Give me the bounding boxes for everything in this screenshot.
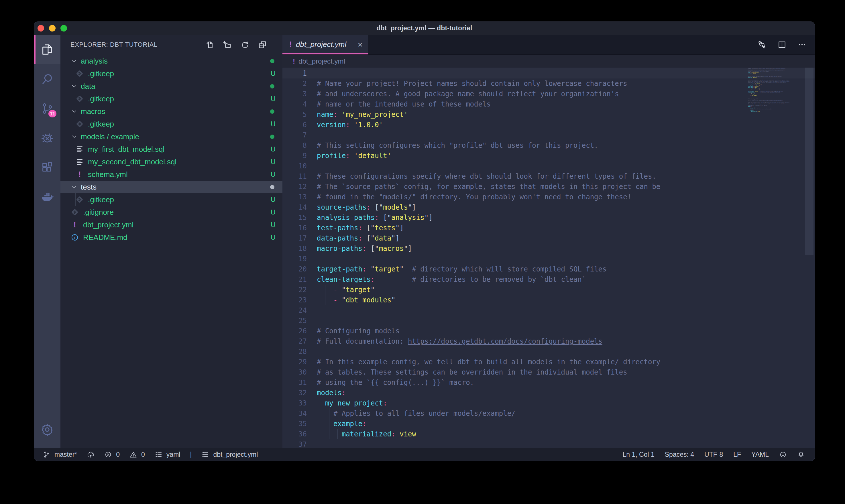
code-editor[interactable]: 12# Name your project! Project names sho… <box>283 68 815 448</box>
close-tab-icon[interactable]: × <box>358 40 363 49</box>
code-line-13: 13# found in the "models/" directory. Yo… <box>283 192 815 202</box>
code-line-36: 36 materialized: view <box>283 429 815 439</box>
file-tree: analysis.gitkeepUdata.gitkeepUmacros.git… <box>60 55 283 448</box>
status-label: yaml <box>166 451 180 458</box>
status-language-status-yaml[interactable]: yaml <box>155 451 180 458</box>
editor-scrollbar[interactable] <box>805 68 813 255</box>
line-number: 1 <box>283 68 307 78</box>
line-number: 29 <box>283 357 307 367</box>
minimap-line: # These configurations specify where dbt… <box>748 80 803 80</box>
tree-item-label: .gitkeep <box>88 69 114 78</box>
files-icon <box>41 43 54 56</box>
line-number: 14 <box>283 202 307 213</box>
code-line-30: 30# as tables. These settings can be ove… <box>283 367 815 377</box>
tree-item-analysis[interactable]: analysis <box>60 55 283 67</box>
tree-item-gitignore[interactable]: .gitignoreU <box>60 206 283 218</box>
folder-change-dot <box>270 134 274 139</box>
tree-item-tests[interactable]: tests <box>60 181 283 193</box>
tree-item-label: analysis <box>81 57 108 66</box>
line-number: 12 <box>283 182 307 192</box>
code-line-7: 7 <box>283 130 815 140</box>
line-number: 21 <box>283 274 307 285</box>
status-encoding[interactable]: UTF-8 <box>704 451 723 458</box>
activity-item-docker[interactable] <box>34 182 60 212</box>
git-untracked-badge: U <box>271 196 275 204</box>
minimap-line: # Applies to all files under models/exam… <box>748 109 803 109</box>
status-label: Ln 1, Col 1 <box>623 451 654 458</box>
status-eol[interactable]: LF <box>733 451 741 458</box>
tree-item-gitkeep[interactable]: .gitkeepU <box>60 67 283 80</box>
status-cursor-position[interactable]: Ln 1, Col 1 <box>623 451 654 458</box>
status-warnings[interactable]: 0 <box>129 451 145 458</box>
status-language-mode[interactable]: YAML <box>751 451 769 458</box>
chevron-down-icon <box>70 108 78 115</box>
code-line-34: 34 # Applies to all files under models/e… <box>283 408 815 419</box>
status-feedback[interactable] <box>779 451 787 458</box>
list-selection-icon <box>201 451 209 458</box>
more-actions-icon[interactable] <box>797 40 807 49</box>
docker-icon <box>41 191 54 204</box>
tree-item-readme-md[interactable]: README.mdU <box>60 231 283 244</box>
tree-item-gitkeep[interactable]: .gitkeepU <box>60 92 283 105</box>
minimap-line: source-paths: ["models"] <box>748 84 803 84</box>
minimap-line: # found in the "models/" directory. You … <box>748 83 803 83</box>
activity-item-extensions[interactable] <box>34 152 60 182</box>
tree-item-dbt-project-yml[interactable]: !dbt_project.ymlU <box>60 218 283 231</box>
collapse-all-icon[interactable] <box>258 40 267 49</box>
minimap-line: - "dbt_modules" <box>748 95 803 96</box>
code-line-3: 3# and underscores. A good package name … <box>283 89 815 99</box>
tree-item-label: .gitkeep <box>88 195 114 204</box>
tree-item-gitkeep[interactable]: .gitkeepU <box>60 193 283 206</box>
code-line-15: 15analysis-paths: ["analysis"] <box>283 213 815 223</box>
line-number: 34 <box>283 408 307 419</box>
code-line-27: 27# Full documentation: https://docs.get… <box>283 336 815 346</box>
status-notifications[interactable] <box>797 451 805 458</box>
tab-dbt-project-yml[interactable]: ! dbt_project.yml × <box>283 35 368 54</box>
activity-item-settings[interactable] <box>34 415 60 444</box>
status-label: master* <box>54 451 77 458</box>
explorer-title: EXPLORER: DBT-TUTORIAL <box>70 41 158 48</box>
tree-item-my-first-dbt-model-sql[interactable]: my_first_dbt_model.sqlU <box>60 143 283 156</box>
activity-item-search[interactable] <box>34 64 60 94</box>
line-number: 11 <box>283 171 307 182</box>
minimap-line: # Full documentation: https://docs.getdb… <box>748 100 803 101</box>
tree-item-models-example[interactable]: models / example <box>60 130 283 143</box>
indent-guide <box>329 408 329 419</box>
tree-item-label: .gitkeep <box>88 94 114 103</box>
tree-item-schema-yml[interactable]: !schema.ymlU <box>60 168 283 181</box>
status-sync-publish[interactable] <box>87 451 94 458</box>
status-errors[interactable]: 0 <box>104 451 120 458</box>
minimap-line: # as tables. These settings can be overr… <box>748 104 803 104</box>
zoom-window-button[interactable] <box>60 25 67 32</box>
activity-item-explorer[interactable] <box>34 35 60 64</box>
status-outline-file[interactable]: dbt_project.yml <box>201 451 258 458</box>
tree-item-macros[interactable]: macros <box>60 105 283 118</box>
minimap[interactable]: # Name your project! Project names shoul… <box>748 68 803 448</box>
status-git-branch[interactable]: master* <box>43 451 77 458</box>
breadcrumb[interactable]: ! dbt_project.yml <box>283 55 815 68</box>
git-untracked-badge: U <box>271 208 275 216</box>
line-number: 32 <box>283 388 307 398</box>
code-line-20: 20target-path: "target" # directory whic… <box>283 264 815 274</box>
tree-item-gitkeep[interactable]: .gitkeepU <box>60 118 283 130</box>
line-number: 2 <box>283 78 307 89</box>
split-editor-icon[interactable] <box>777 40 787 49</box>
activity-item-run-debug[interactable] <box>34 123 60 152</box>
git-diamond <box>75 94 84 103</box>
tree-item-data[interactable]: data <box>60 80 283 92</box>
activity-item-source-control[interactable]: 11 <box>34 94 60 123</box>
close-window-button[interactable] <box>37 25 44 32</box>
open-changes-icon[interactable] <box>757 40 767 49</box>
status-indentation[interactable]: Spaces: 4 <box>665 451 694 458</box>
cloud-upload-icon <box>87 451 94 458</box>
new-file-icon[interactable] <box>205 40 214 49</box>
debug-icon <box>41 131 54 145</box>
new-folder-icon[interactable] <box>222 40 231 49</box>
code-line-21: 21clean-targets: # directories to be rem… <box>283 274 815 285</box>
code-line-10: 10 <box>283 161 815 171</box>
minimize-window-button[interactable] <box>49 25 56 32</box>
tree-item-my-second-dbt-model-sql[interactable]: my_second_dbt_model.sqlU <box>60 156 283 168</box>
indent-guide <box>329 429 329 439</box>
refresh-icon[interactable] <box>240 40 249 49</box>
status-label: LF <box>733 451 741 458</box>
